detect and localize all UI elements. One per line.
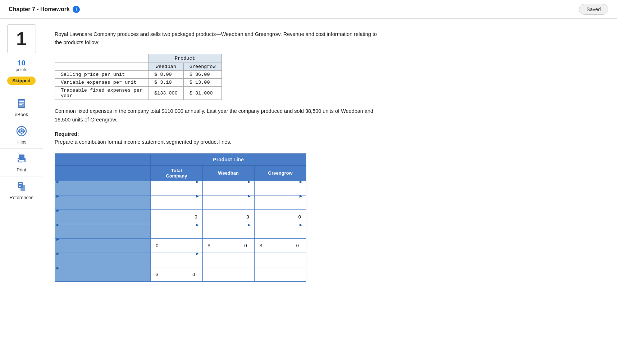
total-company-header: Total Company: [151, 165, 202, 181]
saved-button[interactable]: Saved: [579, 4, 608, 15]
answer-weedban-7: [202, 267, 254, 281]
svg-rect-4: [19, 104, 22, 105]
answer-weedban-input-5[interactable]: [211, 239, 249, 253]
data-table-wrapper: Product Weedban Greengrow Selling price …: [55, 54, 600, 100]
row1-v1: $ 8.00: [148, 71, 184, 79]
arrow-icon-greengrow-2: ▶: [300, 194, 302, 198]
svg-rect-23: [19, 183, 22, 184]
sidebar-item-ebook[interactable]: eBook: [0, 93, 43, 121]
sidebar-item-references[interactable]: References: [0, 176, 43, 204]
main-layout: 1 10 points Skipped eBook: [0, 19, 617, 364]
sidebar-item-hint[interactable]: Hint: [0, 121, 43, 149]
row3-label: Traceable fixed expenses per year: [55, 87, 148, 100]
dollar-sign-total-7: $: [156, 272, 159, 277]
arrow-icon-3: ▶: [56, 208, 59, 212]
answer-weedban-4: ▶: [202, 224, 254, 238]
answer-total-input-3[interactable]: [154, 210, 199, 224]
arrow-icon-6: ▶: [56, 252, 59, 255]
svg-point-7: [18, 130, 20, 132]
answer-greengrow-4: ▶: [254, 224, 306, 238]
table-row: Selling price per unit $ 8.00 $ 36.00: [55, 71, 222, 79]
answer-table-empty-header: [55, 153, 151, 165]
svg-point-14: [20, 130, 23, 132]
svg-point-11: [22, 129, 24, 130]
weedban-col-header: Weedban: [148, 63, 184, 71]
answer-greengrow-input-5[interactable]: [263, 239, 301, 253]
answer-weedban-1: ▶: [202, 181, 254, 195]
ebook-icon: [16, 98, 27, 110]
references-icon: [16, 181, 27, 193]
table-row: Traceable fixed expenses per year $133,0…: [55, 87, 222, 100]
dollar-sign-weedban-5: $: [208, 243, 211, 248]
svg-rect-3: [19, 103, 24, 103]
answer-table-header-row: Product Line: [55, 153, 306, 165]
points-label: points: [15, 67, 27, 72]
arrow-icon-total-1: ▶: [196, 180, 199, 184]
arrow-icon-weedban-1: ▶: [248, 180, 251, 184]
arrow-icon-total-4: ▶: [196, 223, 199, 227]
answer-label-input-1[interactable]: [56, 184, 149, 198]
arrow-icon-4: ▶: [56, 223, 59, 227]
answer-label-input-7[interactable]: [56, 270, 149, 284]
answer-label-input-2[interactable]: [56, 198, 149, 212]
print-icon: [16, 153, 27, 166]
answer-greengrow-3: [254, 209, 306, 224]
answer-label-input-3[interactable]: [56, 213, 149, 227]
answer-label-input-5[interactable]: [56, 241, 149, 255]
row2-label: Variable expenses per unit: [55, 79, 148, 87]
answer-total-4: ▶: [151, 224, 202, 238]
svg-point-9: [23, 130, 25, 132]
answer-total-input-7[interactable]: [159, 267, 197, 281]
sidebar-item-print[interactable]: Print: [0, 149, 43, 176]
table-row: Variable expenses per unit $ 3.10 $ 13.0…: [55, 79, 222, 87]
greengrow-header: Greengrow: [254, 165, 306, 181]
svg-rect-18: [19, 161, 24, 162]
top-bar: Chapter 7 - Homework i Saved: [0, 0, 617, 19]
answer-label-input-6[interactable]: [56, 256, 149, 270]
answer-weedban-5: $: [202, 238, 254, 253]
answer-weedban-3: [202, 209, 254, 224]
svg-rect-22: [20, 185, 25, 191]
answer-row-1: ▶ ▶ ▶ ▶: [55, 181, 306, 195]
sidebar-item-references-label: References: [9, 195, 33, 200]
answer-weedban-6: [202, 253, 254, 267]
answer-label-1: ▶: [55, 181, 151, 195]
answer-total-1: ▶: [151, 181, 202, 195]
points-section: 10 points: [15, 59, 27, 72]
answer-total-input-1[interactable]: [154, 184, 199, 198]
svg-point-12: [19, 132, 20, 134]
answer-table-wrapper: Product Line Total Company Weedban Green…: [55, 153, 600, 282]
answer-total-5: 0: [151, 238, 202, 253]
answer-table-empty-subheader: [55, 165, 151, 181]
sidebar-item-print-label: Print: [17, 167, 26, 172]
answer-greengrow-input-3[interactable]: [257, 210, 303, 224]
arrow-icon-weedban-2: ▶: [248, 194, 251, 198]
arrow-icon-1: ▶: [56, 180, 59, 184]
answer-weedban-input-1[interactable]: [206, 184, 251, 198]
answer-label-input-4[interactable]: [56, 227, 149, 241]
page-title: Chapter 7 - Homework: [9, 6, 70, 13]
answer-greengrow-input-1[interactable]: [257, 184, 303, 198]
top-bar-left: Chapter 7 - Homework i: [9, 6, 80, 13]
required-instruction: Prepare a contribution format income sta…: [55, 138, 600, 146]
answer-weedban-input-3[interactable]: [206, 210, 251, 224]
question-number: 1: [7, 24, 36, 53]
row3-v1: $133,000: [148, 87, 184, 100]
intro-text: Royal Lawncare Company produces and sell…: [55, 30, 378, 47]
svg-point-6: [20, 128, 22, 130]
info-icon[interactable]: i: [73, 6, 80, 13]
arrow-icon-weedban-4: ▶: [248, 223, 251, 227]
answer-table-sub-header-row: Total Company Weedban Greengrow: [55, 165, 306, 181]
required-label: Required:: [55, 131, 600, 137]
weedban-header: Weedban: [202, 165, 254, 181]
answer-greengrow-7: [254, 267, 306, 281]
product-data-table: Product Weedban Greengrow Selling price …: [55, 54, 222, 100]
answer-total-3: [151, 209, 202, 224]
svg-rect-20: [18, 159, 19, 160]
answer-greengrow-6: [254, 253, 306, 267]
answer-total-6: ▶: [151, 253, 202, 267]
points-value: 10: [15, 59, 27, 67]
common-fixed-text: Common fixed expenses in the company tot…: [55, 107, 378, 124]
answer-greengrow-1: ▶: [254, 181, 306, 195]
arrow-icon-total-2: ▶: [196, 194, 199, 198]
